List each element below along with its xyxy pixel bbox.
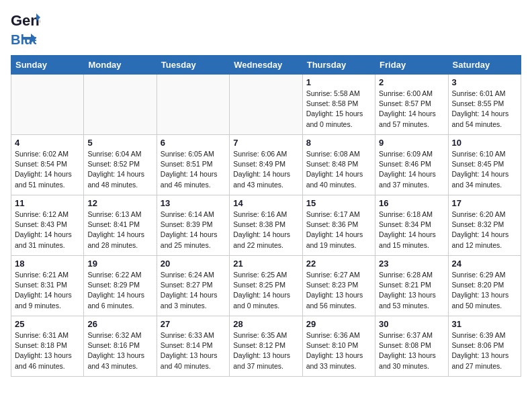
day-info: Sunrise: 6:13 AM Sunset: 8:41 PM Dayligh…: [87, 210, 152, 250]
day-info: Sunrise: 6:21 AM Sunset: 8:31 PM Dayligh…: [15, 270, 80, 311]
day-info: Sunrise: 6:05 AM Sunset: 8:51 PM Dayligh…: [161, 149, 226, 190]
calendar-cell: 31Sunrise: 6:39 AM Sunset: 8:06 PM Dayli…: [448, 316, 521, 377]
day-number: 19: [87, 259, 152, 269]
calendar-cell: 6Sunrise: 6:05 AM Sunset: 8:51 PM Daylig…: [157, 135, 229, 195]
calendar-cell: 11Sunrise: 6:12 AM Sunset: 8:43 PM Dayli…: [11, 195, 84, 256]
day-info: Sunrise: 6:36 AM Sunset: 8:10 PM Dayligh…: [306, 330, 371, 371]
day-number: 6: [161, 138, 226, 148]
calendar-cell: 3Sunrise: 6:01 AM Sunset: 8:55 PM Daylig…: [448, 75, 521, 135]
calendar-cell: 23Sunrise: 6:28 AM Sunset: 8:21 PM Dayli…: [375, 256, 448, 316]
calendar-header-row: SundayMondayTuesdayWednesdayThursdayFrid…: [11, 56, 521, 75]
calendar-cell: 18Sunrise: 6:21 AM Sunset: 8:31 PM Dayli…: [11, 256, 84, 316]
column-header-monday: Monday: [84, 56, 157, 75]
day-number: 13: [161, 198, 226, 208]
calendar-week-row: 1Sunrise: 5:58 AM Sunset: 8:58 PM Daylig…: [11, 75, 521, 135]
day-info: Sunrise: 5:58 AM Sunset: 8:58 PM Dayligh…: [306, 89, 371, 130]
day-info: Sunrise: 6:35 AM Sunset: 8:12 PM Dayligh…: [233, 330, 298, 371]
calendar-cell: 4Sunrise: 6:02 AM Sunset: 8:54 PM Daylig…: [11, 135, 84, 195]
day-number: 24: [452, 259, 517, 269]
day-info: Sunrise: 6:08 AM Sunset: 8:48 PM Dayligh…: [306, 149, 371, 190]
day-info: Sunrise: 6:20 AM Sunset: 8:32 PM Dayligh…: [452, 210, 517, 250]
logo-icon: General: [11, 11, 40, 32]
day-number: 30: [379, 319, 444, 329]
calendar-cell: 25Sunrise: 6:31 AM Sunset: 8:18 PM Dayli…: [11, 316, 84, 377]
day-info: Sunrise: 6:32 AM Sunset: 8:16 PM Dayligh…: [87, 330, 152, 371]
day-number: 18: [15, 259, 80, 269]
day-number: 14: [233, 198, 298, 208]
column-header-sunday: Sunday: [11, 56, 84, 75]
calendar-cell: 8Sunrise: 6:08 AM Sunset: 8:48 PM Daylig…: [302, 135, 375, 195]
day-info: Sunrise: 6:24 AM Sunset: 8:27 PM Dayligh…: [161, 270, 226, 311]
day-info: Sunrise: 6:37 AM Sunset: 8:08 PM Dayligh…: [379, 330, 444, 371]
calendar-cell: [230, 75, 302, 135]
calendar-week-row: 25Sunrise: 6:31 AM Sunset: 8:18 PM Dayli…: [11, 316, 521, 377]
day-info: Sunrise: 6:27 AM Sunset: 8:23 PM Dayligh…: [306, 270, 371, 311]
day-number: 12: [87, 198, 152, 208]
day-info: Sunrise: 6:39 AM Sunset: 8:06 PM Dayligh…: [452, 330, 517, 371]
day-info: Sunrise: 6:00 AM Sunset: 8:57 PM Dayligh…: [379, 89, 444, 130]
calendar-cell: 27Sunrise: 6:33 AM Sunset: 8:14 PM Dayli…: [157, 316, 229, 377]
day-number: 16: [379, 198, 444, 208]
day-info: Sunrise: 6:18 AM Sunset: 8:34 PM Dayligh…: [379, 210, 444, 250]
calendar-cell: 9Sunrise: 6:09 AM Sunset: 8:46 PM Daylig…: [375, 135, 448, 195]
calendar-cell: 7Sunrise: 6:06 AM Sunset: 8:49 PM Daylig…: [230, 135, 302, 195]
day-info: Sunrise: 6:29 AM Sunset: 8:20 PM Dayligh…: [452, 270, 517, 311]
day-number: 17: [452, 198, 517, 208]
day-number: 23: [379, 259, 444, 269]
calendar-cell: 12Sunrise: 6:13 AM Sunset: 8:41 PM Dayli…: [84, 195, 157, 256]
column-header-friday: Friday: [375, 56, 448, 75]
day-info: Sunrise: 6:12 AM Sunset: 8:43 PM Dayligh…: [15, 210, 80, 250]
day-info: Sunrise: 6:01 AM Sunset: 8:55 PM Dayligh…: [452, 89, 517, 130]
calendar-cell: 28Sunrise: 6:35 AM Sunset: 8:12 PM Dayli…: [230, 316, 302, 377]
day-number: 20: [161, 259, 226, 269]
day-number: 28: [233, 319, 298, 329]
calendar-cell: 17Sunrise: 6:20 AM Sunset: 8:32 PM Dayli…: [448, 195, 521, 256]
day-info: Sunrise: 6:17 AM Sunset: 8:36 PM Dayligh…: [306, 210, 371, 250]
calendar-cell: 15Sunrise: 6:17 AM Sunset: 8:36 PM Dayli…: [302, 195, 375, 256]
day-info: Sunrise: 6:28 AM Sunset: 8:21 PM Dayligh…: [379, 270, 444, 311]
day-number: 3: [452, 77, 517, 87]
day-info: Sunrise: 6:10 AM Sunset: 8:45 PM Dayligh…: [452, 149, 517, 190]
day-number: 21: [233, 259, 298, 269]
calendar-cell: 1Sunrise: 5:58 AM Sunset: 8:58 PM Daylig…: [302, 75, 375, 135]
calendar-cell: 10Sunrise: 6:10 AM Sunset: 8:45 PM Dayli…: [448, 135, 521, 195]
calendar-cell: 24Sunrise: 6:29 AM Sunset: 8:20 PM Dayli…: [448, 256, 521, 316]
day-number: 27: [161, 319, 226, 329]
column-header-wednesday: Wednesday: [230, 56, 302, 75]
calendar-cell: 2Sunrise: 6:00 AM Sunset: 8:57 PM Daylig…: [375, 75, 448, 135]
calendar-cell: 30Sunrise: 6:37 AM Sunset: 8:08 PM Dayli…: [375, 316, 448, 377]
day-number: 25: [15, 319, 80, 329]
day-number: 2: [379, 77, 444, 87]
calendar-cell: 26Sunrise: 6:32 AM Sunset: 8:16 PM Dayli…: [84, 316, 157, 377]
day-number: 8: [306, 138, 371, 148]
calendar-cell: 5Sunrise: 6:04 AM Sunset: 8:52 PM Daylig…: [84, 135, 157, 195]
day-number: 22: [306, 259, 371, 269]
day-number: 26: [87, 319, 152, 329]
day-info: Sunrise: 6:14 AM Sunset: 8:39 PM Dayligh…: [161, 210, 226, 250]
column-header-tuesday: Tuesday: [157, 56, 229, 75]
calendar-cell: 13Sunrise: 6:14 AM Sunset: 8:39 PM Dayli…: [157, 195, 229, 256]
calendar-cell: 14Sunrise: 6:16 AM Sunset: 8:38 PM Dayli…: [230, 195, 302, 256]
day-info: Sunrise: 6:25 AM Sunset: 8:25 PM Dayligh…: [233, 270, 298, 311]
column-header-saturday: Saturday: [448, 56, 521, 75]
day-info: Sunrise: 6:04 AM Sunset: 8:52 PM Dayligh…: [87, 149, 152, 190]
calendar-cell: 22Sunrise: 6:27 AM Sunset: 8:23 PM Dayli…: [302, 256, 375, 316]
day-info: Sunrise: 6:22 AM Sunset: 8:29 PM Dayligh…: [87, 270, 152, 311]
day-number: 10: [452, 138, 517, 148]
column-header-thursday: Thursday: [302, 56, 375, 75]
calendar-cell: 21Sunrise: 6:25 AM Sunset: 8:25 PM Dayli…: [230, 256, 302, 316]
day-number: 31: [452, 319, 517, 329]
calendar-week-row: 18Sunrise: 6:21 AM Sunset: 8:31 PM Dayli…: [11, 256, 521, 316]
day-number: 9: [379, 138, 444, 148]
page-header: General Blue: [11, 11, 521, 47]
calendar-week-row: 4Sunrise: 6:02 AM Sunset: 8:54 PM Daylig…: [11, 135, 521, 195]
day-number: 11: [15, 198, 80, 208]
day-info: Sunrise: 6:09 AM Sunset: 8:46 PM Dayligh…: [379, 149, 444, 190]
day-number: 4: [15, 138, 80, 148]
calendar-cell: 16Sunrise: 6:18 AM Sunset: 8:34 PM Dayli…: [375, 195, 448, 256]
calendar-week-row: 11Sunrise: 6:12 AM Sunset: 8:43 PM Dayli…: [11, 195, 521, 256]
calendar-cell: [84, 75, 157, 135]
logo: General Blue: [11, 11, 40, 47]
calendar-table: SundayMondayTuesdayWednesdayThursdayFrid…: [11, 55, 521, 377]
day-number: 7: [233, 138, 298, 148]
